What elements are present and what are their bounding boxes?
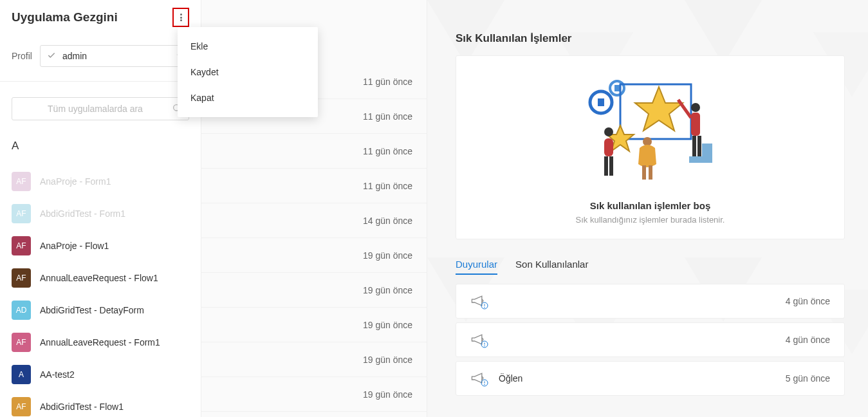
empty-state-heading: Sık kullanılan işlemler boş bbox=[476, 200, 825, 211]
search-input-wrapper[interactable] bbox=[12, 97, 189, 120]
app-label: AnnualLeaveRequest - Flow1 bbox=[40, 273, 158, 283]
megaphone-icon bbox=[470, 294, 487, 308]
frequently-used-title: Sık Kullanılan İşlemler bbox=[456, 32, 845, 45]
app-item[interactable]: AAA-test2 bbox=[12, 358, 189, 391]
announcement-title: Öğlen bbox=[499, 373, 774, 384]
svg-rect-15 bbox=[642, 165, 646, 180]
app-label: AbdiGridTest - Flow1 bbox=[40, 402, 124, 412]
activity-time: 14 gün önce bbox=[363, 216, 412, 226]
svg-point-14 bbox=[643, 137, 652, 146]
more-menu-popup: EkleKaydetKapat bbox=[178, 27, 318, 117]
app-item[interactable]: AFAbdiGridTest - Form1 bbox=[12, 198, 189, 230]
activity-time: 19 gün önce bbox=[363, 250, 412, 261]
svg-rect-4 bbox=[598, 98, 604, 106]
app-item[interactable]: AFAnnualLeaveRequest - Form1 bbox=[12, 326, 189, 358]
profile-select[interactable]: admin bbox=[40, 45, 189, 67]
svg-rect-16 bbox=[649, 165, 652, 180]
more-button[interactable] bbox=[172, 8, 189, 27]
announcement-time: 4 gün önce bbox=[786, 296, 830, 306]
svg-rect-11 bbox=[604, 138, 613, 156]
app-badge-icon: AF bbox=[12, 397, 31, 416]
activity-item[interactable]: 14 gün önce bbox=[201, 203, 427, 238]
svg-rect-13 bbox=[609, 156, 613, 176]
svg-marker-8 bbox=[635, 87, 683, 131]
activity-item[interactable]: 19 gün önce bbox=[201, 308, 427, 342]
activity-time: 11 gün önce bbox=[363, 77, 412, 87]
profile-value: admin bbox=[62, 51, 169, 61]
svg-point-10 bbox=[604, 127, 613, 136]
svg-line-19 bbox=[678, 100, 691, 118]
menu-item[interactable]: Kaydet bbox=[178, 59, 318, 85]
section-letter: A bbox=[12, 140, 189, 153]
announcement-item[interactable]: 4 gün önce bbox=[456, 322, 845, 357]
activity-time: 19 gün önce bbox=[363, 389, 412, 400]
app-badge-icon: AD bbox=[12, 301, 31, 320]
app-label: AnnualLeaveRequest - Form1 bbox=[40, 337, 160, 348]
app-item[interactable]: AFAnaProje - Flow1 bbox=[12, 230, 189, 262]
activity-item[interactable]: 19 gün önce bbox=[201, 377, 427, 412]
frequently-used-card: Sık kullanılan işlemler boş Sık kullandı… bbox=[456, 55, 845, 239]
svg-point-29 bbox=[484, 346, 485, 347]
announcement-time: 5 gün önce bbox=[786, 373, 830, 384]
svg-rect-23 bbox=[702, 144, 712, 156]
empty-state-illustration bbox=[583, 74, 718, 190]
app-badge-icon: AF bbox=[12, 236, 31, 255]
empty-state-subtext: Sık kullandığınız işlemler burada listen… bbox=[476, 215, 825, 225]
app-label: AA-test2 bbox=[40, 369, 75, 380]
app-badge-icon: AF bbox=[12, 204, 31, 223]
activity-item[interactable]: 19 gün önce bbox=[201, 342, 427, 377]
app-item[interactable]: AFAbdiGridTest - Flow1 bbox=[12, 391, 189, 417]
tab-recent[interactable]: Son Kullanılanlar bbox=[515, 259, 588, 275]
sidebar-title: Uygulama Gezgini bbox=[12, 10, 118, 24]
check-icon bbox=[47, 51, 56, 62]
tab-announcements[interactable]: Duyurular bbox=[456, 259, 497, 275]
menu-item[interactable]: Kapat bbox=[178, 85, 318, 111]
more-vertical-icon bbox=[176, 12, 185, 23]
activity-time: 19 gün önce bbox=[363, 355, 412, 365]
activity-time: 11 gün önce bbox=[363, 111, 412, 122]
svg-rect-18 bbox=[691, 113, 700, 136]
app-badge-icon: A bbox=[12, 365, 31, 384]
activity-item[interactable]: 11 gün önce bbox=[201, 134, 427, 169]
svg-rect-6 bbox=[614, 85, 620, 91]
activity-time: 11 gün önce bbox=[363, 146, 412, 156]
profile-label: Profil bbox=[12, 51, 32, 61]
activity-time: 19 gün önce bbox=[363, 285, 412, 295]
svg-point-32 bbox=[484, 384, 485, 385]
activity-item[interactable]: 11 gün önce bbox=[201, 169, 427, 203]
svg-rect-20 bbox=[692, 136, 696, 156]
svg-rect-22 bbox=[689, 156, 712, 163]
activity-time: 11 gün önce bbox=[363, 181, 412, 191]
announcement-item[interactable]: 4 gün önce bbox=[456, 284, 845, 319]
activity-item[interactable]: 19 gün önce bbox=[201, 273, 427, 308]
announcement-time: 4 gün önce bbox=[786, 335, 830, 345]
svg-rect-12 bbox=[604, 156, 608, 176]
app-badge-icon: AF bbox=[12, 333, 31, 352]
app-label: AbdiGridTest - Form1 bbox=[40, 208, 125, 219]
svg-point-17 bbox=[691, 103, 700, 112]
svg-rect-21 bbox=[697, 136, 701, 156]
megaphone-icon bbox=[470, 371, 487, 385]
app-label: AbdiGridTest - DetayForm bbox=[40, 305, 144, 315]
app-badge-icon: AF bbox=[12, 172, 31, 191]
app-item[interactable]: ADAbdiGridTest - DetayForm bbox=[12, 294, 189, 326]
activity-item[interactable]: 19 gün önce bbox=[201, 238, 427, 273]
app-item[interactable]: AFAnaProje - Form1 bbox=[12, 165, 189, 198]
app-item[interactable]: AFAnnualLeaveRequest - Flow1 bbox=[12, 262, 189, 294]
app-label: AnaProje - Flow1 bbox=[40, 241, 109, 251]
svg-point-26 bbox=[484, 307, 485, 308]
app-badge-icon: AF bbox=[12, 268, 31, 288]
app-label: AnaProje - Form1 bbox=[40, 176, 111, 187]
megaphone-icon bbox=[470, 333, 487, 347]
search-input[interactable] bbox=[19, 104, 172, 114]
announcement-item[interactable]: Öğlen5 gün önce bbox=[456, 361, 845, 396]
menu-item[interactable]: Ekle bbox=[178, 33, 318, 59]
activity-time: 19 gün önce bbox=[363, 320, 412, 330]
